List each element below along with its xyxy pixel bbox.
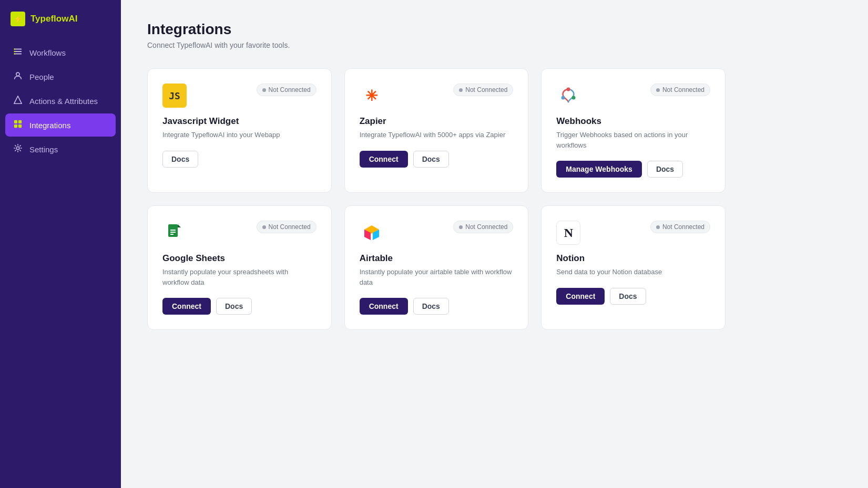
- notion-icon: N: [564, 226, 573, 240]
- webhooks-icon: [558, 85, 579, 106]
- workflows-icon: [13, 47, 23, 58]
- status-badge-notion: Not Connected: [650, 221, 710, 233]
- status-text-notion: Not Connected: [662, 223, 704, 231]
- card-actions-notion: Connect Docs: [556, 288, 710, 305]
- integrations-grid: JS Not Connected Javascript Widget Integ…: [147, 68, 726, 330]
- integration-card-zapier: ✳ Not Connected Zapier Integrate Typeflo…: [344, 68, 529, 193]
- status-badge-javascript: Not Connected: [257, 84, 316, 96]
- page-title: Integrations: [147, 21, 842, 38]
- status-badge-sheets: Not Connected: [257, 221, 316, 233]
- webhooks-logo: [556, 84, 580, 108]
- connect-button-sheets[interactable]: Connect: [162, 298, 211, 315]
- sidebar: ⚡ TypeflowAI Workflows People Actions & …: [0, 0, 121, 488]
- sidebar-item-label-workflows: Workflows: [29, 48, 66, 57]
- card-title-javascript: Javascript Widget: [162, 116, 316, 127]
- svg-marker-14: [178, 224, 181, 227]
- status-badge-webhooks: Not Connected: [650, 84, 710, 96]
- status-text-airtable: Not Connected: [465, 223, 507, 231]
- card-desc-airtable: Instantly populate your airtable table w…: [360, 267, 514, 287]
- logo: ⚡ TypeflowAI: [0, 0, 121, 41]
- notion-logo: N: [556, 221, 580, 245]
- docs-button-sheets[interactable]: Docs: [216, 298, 252, 315]
- svg-point-3: [16, 72, 19, 76]
- card-actions-airtable: Connect Docs: [360, 298, 514, 315]
- integrations-icon: [13, 119, 23, 131]
- integration-card-javascript-widget: JS Not Connected Javascript Widget Integ…: [147, 68, 332, 193]
- card-header-airtable: Not Connected: [360, 221, 514, 245]
- status-badge-airtable: Not Connected: [453, 221, 513, 233]
- svg-marker-4: [14, 96, 22, 103]
- docs-button-webhooks[interactable]: Docs: [647, 161, 683, 178]
- card-desc-javascript: Integrate TypeflowAI into your Webapp: [162, 130, 316, 140]
- status-dot-notion: [656, 225, 660, 229]
- actions-icon: [13, 95, 23, 107]
- svg-point-2: [14, 53, 15, 55]
- logo-icon: ⚡: [11, 12, 25, 26]
- card-actions-webhooks: Manage Webhooks Docs: [556, 161, 710, 178]
- javascript-widget-logo: JS: [162, 84, 187, 108]
- integration-card-notion: N Not Connected Notion Send data to your…: [541, 205, 726, 330]
- svg-point-10: [567, 88, 570, 91]
- status-text-sheets: Not Connected: [269, 223, 311, 231]
- svg-rect-7: [14, 124, 17, 128]
- google-sheets-logo: [162, 221, 187, 245]
- docs-button-zapier[interactable]: Docs: [413, 151, 449, 168]
- docs-button-javascript[interactable]: Docs: [162, 151, 198, 168]
- svg-point-9: [16, 147, 19, 149]
- docs-button-notion[interactable]: Docs: [610, 288, 646, 305]
- connect-button-notion[interactable]: Connect: [556, 288, 605, 305]
- airtable-icon: [361, 222, 382, 243]
- svg-rect-6: [18, 120, 22, 123]
- card-actions-javascript: Docs: [162, 151, 316, 168]
- card-desc-notion: Send data to your Notion database: [556, 267, 710, 277]
- svg-rect-15: [170, 230, 176, 231]
- svg-rect-8: [18, 124, 22, 128]
- integration-card-airtable: Not Connected Airtable Instantly populat…: [344, 205, 529, 330]
- sidebar-item-settings[interactable]: Settings: [5, 138, 116, 161]
- connect-button-zapier[interactable]: Connect: [360, 151, 408, 168]
- status-dot-sheets: [262, 225, 266, 229]
- status-dot-zapier: [459, 88, 463, 92]
- sidebar-nav: Workflows People Actions & Attributes In…: [0, 41, 121, 161]
- sidebar-item-integrations[interactable]: Integrations: [5, 113, 116, 137]
- status-badge-zapier: Not Connected: [453, 84, 513, 96]
- card-header-zapier: ✳ Not Connected: [360, 84, 514, 108]
- card-header-sheets: Not Connected: [162, 221, 316, 245]
- svg-rect-5: [14, 120, 17, 123]
- sidebar-item-label-settings: Settings: [29, 145, 58, 154]
- card-header: JS Not Connected: [162, 84, 316, 108]
- card-actions-sheets: Connect Docs: [162, 298, 316, 315]
- sheets-icon: [164, 222, 185, 243]
- svg-rect-16: [170, 232, 176, 233]
- svg-rect-17: [170, 234, 173, 235]
- card-desc-sheets: Instantly populate your spreadsheets wit…: [162, 267, 316, 287]
- sidebar-item-workflows[interactable]: Workflows: [5, 41, 116, 64]
- status-text-webhooks: Not Connected: [662, 86, 704, 94]
- sidebar-item-label-integrations: Integrations: [29, 121, 70, 130]
- integration-card-webhooks: Not Connected Webhooks Trigger Webhooks …: [541, 68, 726, 193]
- status-text: Not Connected: [269, 86, 311, 94]
- sidebar-item-label-actions: Actions & Attributes: [29, 97, 98, 106]
- airtable-logo: [360, 221, 384, 245]
- card-desc-zapier: Integrate TypeflowAI with 5000+ apps via…: [360, 130, 514, 140]
- sidebar-item-people[interactable]: People: [5, 65, 116, 88]
- card-header-webhooks: Not Connected: [556, 84, 710, 108]
- connect-button-airtable[interactable]: Connect: [360, 298, 408, 315]
- manage-webhooks-button[interactable]: Manage Webhooks: [556, 161, 642, 178]
- settings-icon: [13, 143, 23, 155]
- zapier-icon: ✳: [365, 87, 377, 105]
- docs-button-airtable[interactable]: Docs: [413, 298, 449, 315]
- page-subtitle: Connect TypeflowAI with your favorite to…: [147, 41, 842, 49]
- main-content: Integrations Connect TypeflowAI with you…: [121, 0, 868, 488]
- status-dot: [262, 88, 266, 92]
- card-title-zapier: Zapier: [360, 116, 514, 127]
- card-title-sheets: Google Sheets: [162, 253, 316, 264]
- status-text-zapier: Not Connected: [465, 86, 507, 94]
- sidebar-item-actions-attributes[interactable]: Actions & Attributes: [5, 89, 116, 112]
- integration-card-google-sheets: Not Connected Google Sheets Instantly po…: [147, 205, 332, 330]
- card-desc-webhooks: Trigger Webhooks based on actions in you…: [556, 130, 710, 150]
- logo-text: TypeflowAI: [30, 14, 77, 24]
- svg-point-11: [561, 96, 565, 100]
- people-icon: [13, 71, 23, 82]
- svg-point-1: [14, 51, 15, 53]
